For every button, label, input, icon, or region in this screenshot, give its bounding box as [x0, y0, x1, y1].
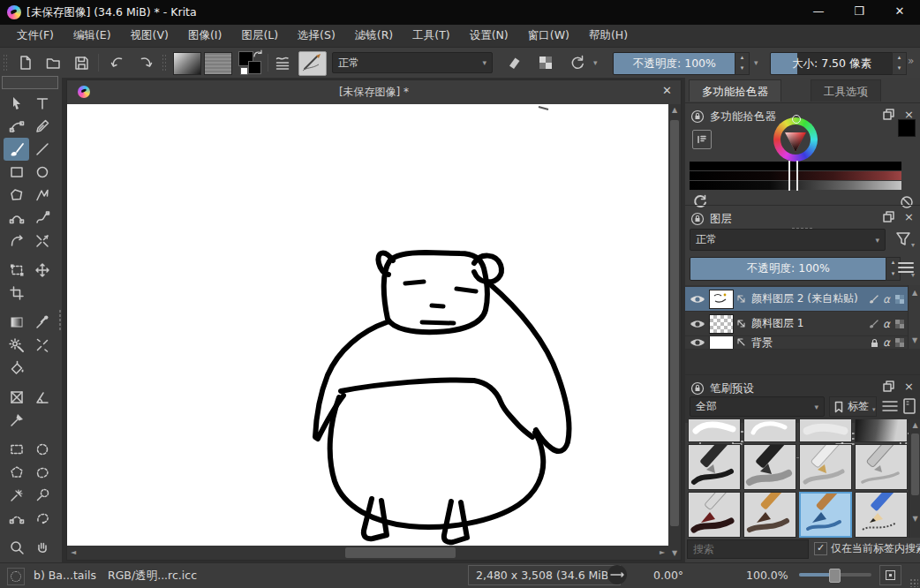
scroll-right-icon[interactable]: ► — [656, 547, 668, 559]
color-bar-value[interactable] — [690, 181, 901, 190]
layer-name[interactable]: 颜料图层 2 (来自粘贴) — [748, 291, 867, 306]
preset-pen-black[interactable] — [688, 444, 741, 490]
tool-rectangular-select[interactable] — [4, 438, 29, 461]
tool-text[interactable] — [29, 92, 55, 115]
preset-pen-silver[interactable] — [855, 444, 908, 490]
tag-button[interactable]: 标签 ▾ — [829, 396, 877, 417]
open-document-button[interactable] — [41, 51, 65, 74]
window-resize-grip[interactable] — [909, 578, 918, 587]
minimize-button[interactable]: — — [798, 0, 839, 25]
layer-thumbnail[interactable] — [709, 336, 734, 350]
scroll-up-icon[interactable]: ▲ — [668, 104, 681, 117]
menu-layer[interactable]: 图层(L) — [231, 28, 288, 43]
preset-pencil-blue[interactable] — [855, 492, 908, 538]
document-titlebar[interactable]: [未保存图像] * ✕ — [67, 80, 681, 105]
menu-window[interactable]: 窗口(W) — [518, 28, 579, 43]
tool-multibrush[interactable] — [29, 230, 55, 253]
float-docker-icon[interactable] — [882, 380, 895, 393]
tool-crop[interactable] — [4, 282, 29, 305]
preset-search-input[interactable] — [687, 539, 809, 559]
menu-file[interactable]: 文件(F) — [7, 28, 64, 43]
new-document-button[interactable] — [12, 51, 37, 74]
layer-blending-mode-dropdown[interactable]: 正常▾ — [690, 229, 886, 251]
zoom-slider-thumb[interactable] — [829, 569, 841, 583]
undo-button[interactable] — [105, 51, 130, 74]
save-button[interactable] — [69, 51, 94, 74]
scroll-left-icon[interactable]: ◄ — [67, 547, 79, 559]
hue-ring[interactable] — [773, 117, 818, 162]
tool-freehand-path[interactable] — [29, 207, 55, 230]
layer-row[interactable]: 背景 α — [685, 336, 908, 350]
tool-smart-patch[interactable] — [29, 334, 55, 357]
inherit-alpha-icon[interactable]: α — [883, 293, 890, 305]
rotation-angle-value[interactable]: 0.00° — [653, 569, 683, 582]
layer-list-scrollbar[interactable]: ▲ ▼ — [908, 285, 920, 349]
close-docker-icon[interactable]: × — [904, 380, 914, 393]
tool-similar-color-select[interactable] — [29, 484, 55, 507]
background-color[interactable] — [248, 61, 261, 74]
hue-indicator[interactable] — [792, 115, 801, 124]
opacity-slider[interactable]: 不透明度: 100% — [613, 52, 736, 75]
docker-lock-icon[interactable] — [690, 381, 705, 396]
scroll-down-icon[interactable]: ▼ — [909, 513, 920, 525]
menu-select[interactable]: 选择(S) — [288, 28, 345, 43]
scroll-up-icon[interactable]: ▲ — [909, 287, 920, 299]
foreground-background-colors[interactable] — [238, 51, 263, 74]
inherit-alpha-icon[interactable]: α — [883, 336, 890, 349]
layer-lock-icon[interactable] — [869, 337, 879, 348]
filter-dropdown-arrow[interactable]: ▾ — [911, 241, 915, 249]
color-selector-settings-button[interactable] — [692, 130, 712, 149]
layer-row[interactable]: 颜料图层 1 α — [685, 312, 908, 336]
tool-color-sampler[interactable] — [29, 311, 55, 334]
tool-measure[interactable] — [29, 386, 55, 409]
preset-view-menu-icon[interactable] — [881, 398, 899, 414]
tab-advanced-color-selector[interactable]: 多功能拾色器 — [689, 79, 781, 102]
toolbar-grip[interactable] — [3, 54, 8, 72]
scroll-up-icon[interactable]: ▲ — [909, 419, 920, 432]
close-docker-icon[interactable]: × — [904, 210, 914, 223]
layer-style-icon[interactable] — [867, 318, 879, 330]
reset-zoom-button[interactable] — [879, 565, 901, 585]
preset-filter-dropdown[interactable]: 全部▾ — [690, 396, 825, 417]
preset-grid-scrollbar[interactable]: ▲ ▼ — [909, 419, 920, 538]
tool-ellipse[interactable] — [29, 161, 55, 184]
search-scope-checkbox[interactable]: ✓ 仅在当前标签内搜索 — [814, 541, 920, 556]
toolbar-overflow-button[interactable]: » — [908, 55, 914, 67]
visibility-eye-icon[interactable] — [688, 292, 707, 306]
canvas-rotation-dial[interactable] — [607, 565, 627, 584]
scroll-down-icon[interactable]: ▼ — [909, 335, 920, 347]
edit-brush-settings-button[interactable] — [298, 51, 327, 76]
preset-eraser-circle[interactable] — [743, 419, 796, 442]
scroll-down-icon[interactable]: ▼ — [668, 547, 681, 560]
menu-image[interactable]: 图像(I) — [178, 28, 231, 43]
preset-brush-watercolor-selected[interactable] — [799, 492, 852, 538]
layer-thumbnail[interactable] — [709, 314, 734, 334]
tool-elliptical-select[interactable] — [29, 438, 55, 461]
tool-colorize-mask[interactable] — [4, 334, 29, 357]
layer-filter-icon[interactable] — [894, 230, 913, 249]
reload-preset-button[interactable] — [565, 51, 590, 74]
canvas[interactable] — [67, 104, 668, 546]
zoom-slider[interactable] — [799, 573, 871, 577]
preset-brush-maroon[interactable] — [688, 492, 741, 538]
tool-pan[interactable] — [29, 536, 55, 559]
menu-tools[interactable]: 工具(T) — [403, 28, 459, 43]
tab-tool-options[interactable]: 工具选项 — [811, 79, 881, 102]
size-spinner[interactable]: ▴▾ — [892, 52, 907, 75]
tool-freehand-brush[interactable] — [4, 138, 29, 161]
tool-assistants[interactable] — [4, 386, 29, 409]
color-profile-label[interactable]: RGB/透明...rc.icc — [108, 569, 197, 584]
visibility-eye-icon[interactable] — [688, 336, 707, 350]
eraser-mode-button[interactable] — [501, 51, 526, 74]
preset-marker-black[interactable] — [743, 444, 796, 490]
opacity-spinner[interactable]: ▴▾ — [735, 52, 750, 75]
checkbox-check-icon[interactable]: ✓ — [814, 542, 827, 555]
tool-transform[interactable] — [4, 259, 29, 282]
color-bar-saturation[interactable] — [690, 171, 901, 180]
tool-dynamic-brush[interactable] — [4, 230, 29, 253]
current-preset-label[interactable]: b) Ba...tails — [34, 569, 96, 582]
alpha-lock-icon[interactable] — [894, 293, 906, 305]
tool-fill[interactable] — [4, 357, 29, 380]
menu-help[interactable]: 帮助(H) — [579, 28, 637, 43]
docker-lock-icon[interactable] — [690, 212, 705, 226]
